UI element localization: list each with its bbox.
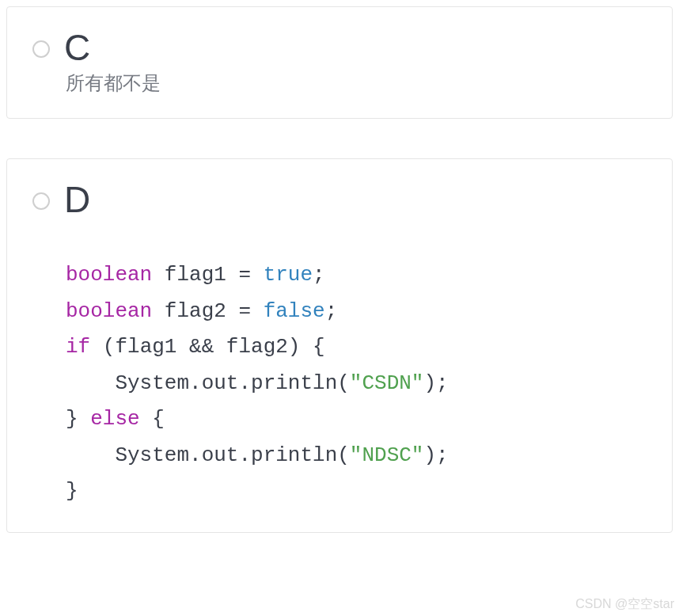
radio-icon[interactable]: [32, 40, 50, 58]
code-text: (flag1 && flag2) {: [90, 335, 324, 359]
code-text: flag2 =: [152, 299, 263, 323]
code-text: );: [423, 371, 448, 395]
option-header: C 所有都不是: [32, 29, 647, 96]
code-text: }: [66, 479, 78, 503]
string-literal: "CSDN": [350, 371, 424, 395]
option-d-card[interactable]: D boolean flag1 = true; boolean flag2 = …: [6, 158, 673, 533]
literal-false: false: [264, 299, 325, 323]
keyword-else: else: [90, 407, 139, 431]
literal-true: true: [264, 263, 313, 287]
code-text: }: [66, 407, 90, 431]
code-text: );: [423, 443, 448, 467]
option-letter: C: [64, 29, 647, 66]
option-c-card[interactable]: C 所有都不是: [6, 6, 673, 119]
code-text: ;: [325, 299, 338, 323]
code-text: System.out.println(: [66, 371, 350, 395]
code-text: System.out.println(: [66, 443, 350, 467]
option-letter: D: [64, 181, 647, 218]
option-header: D boolean flag1 = true; boolean flag2 = …: [32, 181, 647, 510]
radio-icon[interactable]: [32, 192, 50, 210]
code-text: {: [140, 407, 165, 431]
keyword-if: if: [66, 335, 90, 359]
code-text: ;: [313, 263, 325, 287]
keyword-boolean: boolean: [66, 263, 152, 287]
code-text: flag1 =: [152, 263, 263, 287]
option-content: D boolean flag1 = true; boolean flag2 = …: [64, 181, 647, 510]
keyword-boolean: boolean: [66, 299, 152, 323]
string-literal: "NDSC": [350, 443, 424, 467]
option-content: C 所有都不是: [64, 29, 647, 96]
code-block: boolean flag1 = true; boolean flag2 = fa…: [66, 257, 647, 510]
option-subtext: 所有都不是: [66, 70, 647, 96]
